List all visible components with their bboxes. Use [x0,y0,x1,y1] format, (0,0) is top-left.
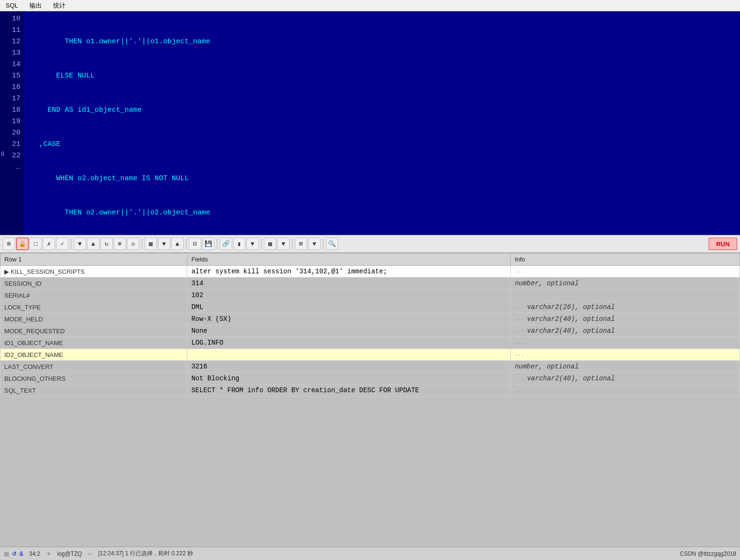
toolbar-save-btn[interactable]: 💾 [202,238,214,250]
results-table: Row 1 Fields Info ▶ KILL_SESSION_SCRIPTS… [0,253,740,396]
run-button[interactable]: RUN [709,238,737,250]
info-text: varchar2(40), optional [527,375,615,382]
row-value-cell: Row-X (SX) [187,313,511,325]
toolbar-lock-btn[interactable]: 🔒 [16,238,29,250]
toolbar-table-btn[interactable]: ▦ [264,238,276,250]
row-value-cell: alter system kill session '314,102,@1' i… [187,266,511,278]
code-text[interactable]: THEN o1.owner||'.'||o1.object_name ELSE … [25,11,740,235]
toolbar-chart-dd[interactable]: ▼ [246,238,259,250]
toolbar-dd-btn[interactable]: ▼ [158,238,170,250]
table-row: MODE_HELDRow-X (SX)···varchar2(40), opti… [0,313,740,325]
table-header-row: Row 1 Fields Info [0,253,740,266]
row-indicator-cell: ID1_OBJECT_NAME [0,337,187,349]
toolbar-cancel-btn[interactable]: ✗ [43,238,55,250]
row-indicator-cell: MODE_HELD [0,313,187,325]
code-editor[interactable]: 10 11 12 13 14 15 16 17 18 19 20 21 22 …… [0,11,740,235]
status-icons: ▦ ↺ & [4,550,23,557]
row-info-cell: ··· [511,385,740,396]
toolbar-grid2-btn[interactable]: ▦ [145,238,157,250]
status-bar: ▦ ↺ & 34:2 ▼ log@TZQ ↦ [12:24:37] 1 行已选择… [0,547,740,560]
status-icon2[interactable]: ↺ [12,550,17,557]
status-ampersand: & [19,550,23,557]
col-header-row: Row 1 [0,253,187,266]
info-text: number, optional [515,363,578,370]
row-indicator-cell: BLOCKING_OTHERS [0,373,187,385]
toolbar-add-btn[interactable]: ⊕ [114,238,126,250]
toolbar-refresh-btn[interactable]: ↻ [100,238,113,250]
toolbar-export-btn[interactable]: ⊞ [295,238,307,250]
row-value-cell: SELECT * FROM info ORDER BY creation_dat… [187,385,511,396]
status-sep2: ↦ [88,550,92,557]
row-info-cell: ···varchar2(40), optional [511,373,740,385]
line-numbers: 10 11 12 13 14 15 16 17 18 19 20 21 22 … [0,11,25,235]
toolbar-diamond-btn[interactable]: ◇ [127,238,139,250]
toolbar: ⊞ 🔒 □ ✗ ✓ ▼ ▲ ↻ ⊕ ◇ ▦ ▼ ▲ ⊡ 💾 🔗 ▮ ▼ ▦ ▼ … [0,235,740,253]
col-header-fields: Fields [187,253,511,266]
line-num-17: 17 [0,93,24,105]
menu-stats[interactable]: 统计 [51,1,68,10]
info-text: varchar2(40), optional [527,327,615,335]
menu-output[interactable]: 输出 [28,1,44,10]
menu-sql[interactable]: SQL [4,2,20,9]
row-value-cell: 314 [187,278,511,290]
line-num-20: 20 [0,127,24,139]
row-info-cell: ··· [511,337,740,349]
main-window: SQL 输出 统计 10 11 12 13 14 15 16 17 18 19 … [0,0,740,560]
row-indicator-cell: SQL_TEXT [0,385,187,396]
info-text: varchar2(40), optional [527,315,615,323]
toolbar-up2-btn[interactable]: ▲ [171,238,184,250]
row-indicator-cell: LOCK_TYPE [0,301,187,313]
results-wrapper[interactable]: Row 1 Fields Info ▶ KILL_SESSION_SCRIPTS… [0,253,740,547]
watermark: CSDN @tttzzgqg2018 [680,550,736,557]
line-num-15: 15 [0,70,24,82]
toolbar-copy-btn[interactable]: □ [29,238,42,250]
row-value-cell: 102 [187,290,511,301]
toolbar-export-dd[interactable]: ▼ [308,238,321,250]
col-header-info: Info [511,253,740,266]
sep2 [142,239,142,249]
row-info-cell: number, optional [511,361,740,373]
toolbar-tdd-btn[interactable]: ▼ [277,238,290,250]
toolbar-grid-btn[interactable]: ⊞ [3,238,15,250]
code-line-10: THEN o1.owner||'.'||o1.object_name [30,36,734,48]
row-info-cell: ···varchar2(26), optional [511,301,740,313]
toolbar-check-btn[interactable]: ✓ [56,238,68,250]
info-text: varchar2(26), optional [527,303,615,311]
status-sep1: ▼ [46,550,51,557]
row-indicator-cell: ID2_OBJECT_NAME [0,349,187,361]
toolbar-up-btn[interactable]: ▲ [87,238,99,250]
table-row: SQL_TEXTSELECT * FROM info ORDER BY crea… [0,385,740,396]
code-line-13: ,CASE [30,139,734,150]
sep4 [217,239,217,249]
table-row: ID1_OBJECT_NAMELOG.INFO··· [0,337,740,349]
line-num-13: 13 [0,48,24,59]
table-row: ID2_OBJECT_NAME··· [0,349,740,361]
table-row: SESSION_ID314number, optional [0,278,740,290]
connection-name: log@TZQ [57,550,82,557]
menu-bar: SQL 输出 统计 [0,0,740,11]
cursor-position: 34:2 [29,550,40,557]
table-row: SERIAL#102 [0,290,740,301]
toolbar-bar-btn[interactable]: ▮ [233,238,245,250]
toolbar-chain-btn[interactable]: 🔗 [220,238,232,250]
sep6 [292,239,292,249]
table-row: ▶ KILL_SESSION_SCRIPTSalter system kill … [0,266,740,278]
row-value-cell: 3216 [187,361,511,373]
toolbar-down-btn[interactable]: ▼ [74,238,86,250]
row-value-cell [187,349,511,361]
status-icon1: ▦ [4,550,9,557]
row-value-cell: Not Blocking [187,373,511,385]
table-row: BLOCKING_OTHERSNot Blocking···varchar2(4… [0,373,740,385]
toolbar-form-btn[interactable]: ⊡ [189,238,201,250]
toolbar-filter-btn[interactable]: 🔍 [326,238,338,250]
status-message: [12:24:37] 1 行已选择，耗时 0.222 秒 [98,550,193,558]
row-info-cell: ···varchar2(40), optional [511,313,740,325]
code-line-12: END AS id1_object_name [30,105,734,116]
line-num-11: 11 [0,25,24,36]
table-row: LOCK_TYPEDML···varchar2(26), optional [0,301,740,313]
line-num-22: 22 [0,150,24,162]
row-info-cell: ··· [511,349,740,361]
code-line-11: ELSE NULL [30,70,734,82]
row-indicator-cell: SERIAL# [0,290,187,301]
sep1 [71,239,71,249]
